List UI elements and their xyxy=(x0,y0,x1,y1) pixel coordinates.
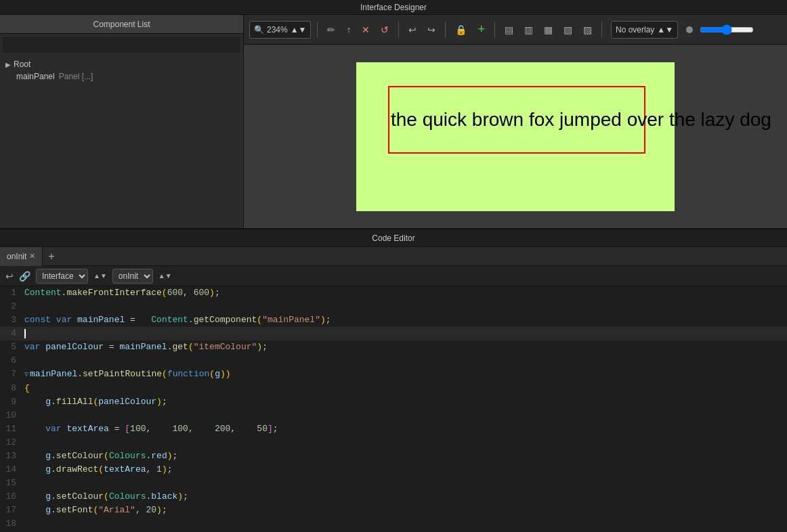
code-line-2: 2 xyxy=(0,300,787,313)
sep-2 xyxy=(398,22,399,38)
slider-container xyxy=(686,24,754,35)
code-tab-oninit[interactable]: onInit ✕ xyxy=(0,247,43,266)
event-arrow-icon: ▲▼ xyxy=(158,272,172,280)
scope-icon: ↩ xyxy=(5,271,14,282)
canvas-surface: the quick brown fox jumped over the lazy… xyxy=(356,62,675,211)
sep-5 xyxy=(601,22,602,38)
share-button[interactable]: ↑ xyxy=(343,23,354,37)
zoom-icon: 🔍 xyxy=(254,25,264,35)
tab-add-button[interactable]: + xyxy=(43,250,60,263)
component-tree: ▶ Root mainPanel Panel [...] xyxy=(0,56,243,85)
refresh-button[interactable]: ↺ xyxy=(377,23,392,37)
code-selector-bar: ↩ 🔗 Interface ▲▼ onInit ▲▼ xyxy=(0,266,787,286)
sep-3 xyxy=(445,22,446,38)
code-line-8: 8 { xyxy=(0,382,787,395)
tree-item-mainpanel[interactable]: mainPanel Panel [...] xyxy=(16,70,238,83)
canvas-rect-element: the quick brown fox jumped over the lazy… xyxy=(388,86,645,154)
opacity-slider[interactable] xyxy=(700,24,754,35)
sep-4 xyxy=(494,22,495,38)
pencil-button[interactable]: ✏ xyxy=(324,23,339,37)
component-list-panel: Component List ▶ Root mainPanel Panel [.… xyxy=(0,15,244,228)
overlay-label: No overlay xyxy=(616,25,654,35)
code-line-4: 4 xyxy=(0,327,787,340)
cut-button[interactable]: ✕ xyxy=(358,23,373,37)
canvas-area: 🔍 234% ▲▼ ✏ ↑ ✕ ↺ ↩ ↪ 🔒 + ▤ ▥ ▦ ▧ ▨ No o… xyxy=(244,15,787,228)
code-tabs-bar: onInit ✕ + xyxy=(0,247,787,266)
code-tab-label: onInit xyxy=(7,252,26,261)
title-bar: Interface Designer xyxy=(0,0,787,15)
sep-1 xyxy=(317,22,318,38)
code-line-12: 12 xyxy=(0,436,787,449)
scope-link-icon: 🔗 xyxy=(19,271,30,282)
event-dropdown[interactable]: onInit xyxy=(112,269,153,284)
add-button[interactable]: + xyxy=(474,21,488,38)
code-line-15: 15 xyxy=(0,476,787,490)
overlay-selector[interactable]: No overlay ▲▼ xyxy=(611,21,678,39)
tree-expand-icon[interactable]: ▶ xyxy=(5,61,11,68)
align-center-button[interactable]: ▥ xyxy=(521,23,536,37)
app-title: Interface Designer xyxy=(360,3,427,12)
tab-close-icon[interactable]: ✕ xyxy=(29,252,35,261)
tree-root-label: ▶ Root xyxy=(5,58,238,70)
align-left-button[interactable]: ▤ xyxy=(501,23,517,37)
code-line-7: 7 ▽mainPanel.setPaintRoutine(function(g)… xyxy=(0,368,787,382)
code-line-11: 11 var textArea = [100, 100, 200, 50]; xyxy=(0,422,787,436)
code-section: Code Editor onInit ✕ + ↩ 🔗 Interface ▲▼ … xyxy=(0,228,787,532)
code-body[interactable]: 1 Content.makeFrontInterface(600, 600); … xyxy=(0,286,787,532)
zoom-value: 234% xyxy=(267,25,288,35)
canvas-viewport[interactable]: the quick brown fox jumped over the lazy… xyxy=(244,45,787,228)
code-line-1: 1 Content.makeFrontInterface(600, 600); xyxy=(0,286,787,300)
align-right-button[interactable]: ▦ xyxy=(540,23,556,37)
zoom-chevron: ▲▼ xyxy=(291,25,307,35)
redo-button[interactable]: ↪ xyxy=(424,23,439,37)
code-line-9: 9 g.fillAll(panelColour); xyxy=(0,395,787,409)
extra-button[interactable]: ▨ xyxy=(580,23,595,37)
component-search[interactable] xyxy=(3,37,240,53)
overlay-chevron: ▲▼ xyxy=(657,25,673,35)
zoom-selector[interactable]: 🔍 234% ▲▼ xyxy=(249,21,311,39)
code-line-18: 18 xyxy=(0,517,787,531)
code-line-14: 14 g.drawRect(textArea, 1); xyxy=(0,463,787,476)
scope-arrow-icon: ▲▼ xyxy=(93,272,107,280)
code-editor-header: Code Editor xyxy=(0,228,787,247)
toolbar: 🔍 234% ▲▼ ✏ ↑ ✕ ↺ ↩ ↪ 🔒 + ▤ ▥ ▦ ▧ ▨ No o… xyxy=(244,15,787,45)
code-line-3: 3 const var mainPanel = Content.getCompo… xyxy=(0,313,787,327)
code-line-5: 5 var panelColour = mainPanel.get("itemC… xyxy=(0,340,787,354)
code-line-10: 10 xyxy=(0,409,787,422)
code-line-16: 16 g.setColour(Colours.black); xyxy=(0,490,787,504)
code-line-6: 6 xyxy=(0,354,787,368)
tree-item-type: Panel [...] xyxy=(59,72,93,81)
undo-button[interactable]: ↩ xyxy=(405,23,420,37)
tree-root-name: Root xyxy=(14,60,30,69)
tree-item-name: mainPanel xyxy=(16,72,55,81)
code-line-13: 13 g.setColour(Colours.red); xyxy=(0,449,787,463)
code-line-17: 17 g.setFont("Arial", 20); xyxy=(0,504,787,517)
canvas-text-element: the quick brown fox jumped over the lazy… xyxy=(389,109,771,131)
slider-dot xyxy=(686,26,693,33)
component-list-header: Component List xyxy=(0,15,243,34)
lock-button[interactable]: 🔒 xyxy=(452,23,470,37)
scope-dropdown[interactable]: Interface xyxy=(36,269,88,284)
distribute-button[interactable]: ▧ xyxy=(560,23,576,37)
